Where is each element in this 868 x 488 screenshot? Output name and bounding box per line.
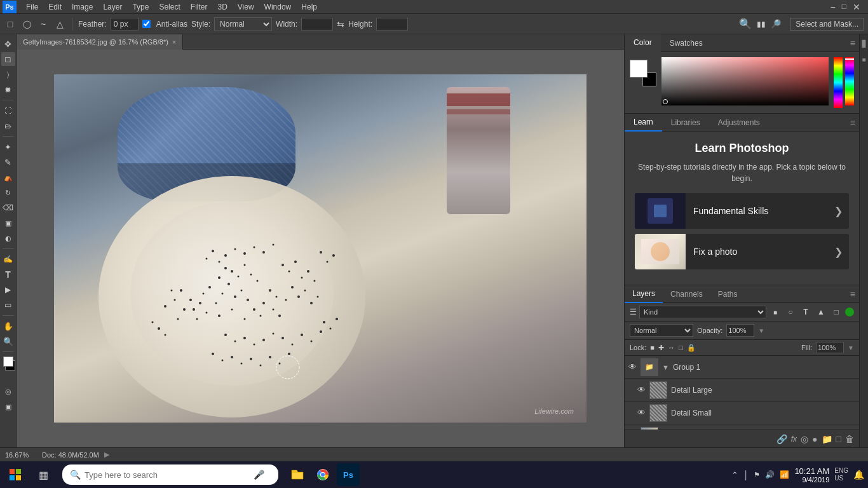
gradient-tool[interactable]: ▣ [1, 216, 15, 230]
filter-smartobject-icon[interactable]: □ [830, 306, 843, 318]
new-layer-icon[interactable]: □ [836, 434, 841, 444]
taskbar-search-input[interactable] [85, 470, 250, 480]
blend-mode-select[interactable]: Normal [630, 324, 693, 337]
lock-all-icon[interactable]: 🔒 [687, 344, 696, 352]
notification-icon[interactable]: 🔔 [853, 470, 864, 480]
taskbar-search-box[interactable]: 🔍 🎤 [62, 464, 278, 485]
color-saturation-gradient[interactable] [661, 57, 829, 105]
fg-bg-color-swatches[interactable] [630, 60, 656, 86]
color-panel-menu-icon[interactable]: ≡ [850, 38, 855, 48]
tab-libraries[interactable]: Libraries [662, 114, 709, 132]
menu-3d[interactable]: 3D [213, 1, 231, 13]
taskbar-mic-icon[interactable]: 🎤 [254, 470, 264, 480]
tray-sound-icon[interactable]: 🔊 [765, 470, 775, 479]
menu-filter[interactable]: Filter [186, 1, 212, 13]
eyedropper-tool[interactable]: 🗁 [1, 119, 15, 133]
select-and-mask-button[interactable]: Select and Mask... [790, 18, 864, 30]
hue-slider[interactable] [834, 57, 843, 108]
fill-input[interactable] [816, 342, 844, 353]
filter-type-icon[interactable]: T [799, 306, 812, 318]
taskbar-file-explorer-icon[interactable] [286, 463, 309, 486]
panel-tool-icon-2[interactable]: ■ [862, 56, 865, 63]
healing-brush-tool[interactable]: ✦ [1, 140, 15, 154]
swap-icon[interactable]: ⇆ [337, 19, 344, 29]
magic-wand-tool[interactable]: ✹ [1, 83, 15, 97]
layer-visibility-detail-small[interactable]: 👁 [637, 408, 646, 417]
layers-panel-menu-icon[interactable]: ≡ [850, 289, 855, 299]
foreground-background-color[interactable] [3, 356, 13, 367]
tab-layers[interactable]: Layers [625, 285, 663, 303]
style-select[interactable]: Normal Fixed Ratio Fixed Size [214, 17, 272, 31]
link-layers-icon[interactable]: 🔗 [776, 434, 787, 444]
filter-shape-icon[interactable]: ▲ [815, 306, 827, 318]
spectrum-slider[interactable] [845, 57, 854, 105]
kind-filter-select[interactable]: Kind [639, 306, 766, 318]
layer-visibility-group1[interactable]: 👁 [628, 362, 637, 372]
document-tab-close[interactable]: × [172, 38, 176, 46]
new-group-icon[interactable]: 📁 [822, 434, 832, 444]
tray-network-icon[interactable]: │ [743, 470, 749, 480]
lasso-tool[interactable]: 〉 [1, 67, 15, 81]
tab-adjustments[interactable]: Adjustments [709, 114, 769, 132]
tutorial-card-fixphoto[interactable]: Fix a photo ❯ [635, 234, 849, 269]
fx-icon[interactable]: fx [791, 435, 797, 444]
dodge-tool[interactable]: ◐ [1, 231, 15, 245]
feather-input[interactable] [111, 18, 139, 30]
height-input[interactable] [376, 18, 408, 30]
tab-swatches[interactable]: Swatches [661, 34, 712, 52]
crop-tool[interactable]: ⛶ [1, 104, 15, 118]
layer-row-original[interactable]: 👁 Original [625, 424, 859, 430]
tab-paths[interactable]: Paths [710, 285, 745, 303]
menu-edit[interactable]: Edit [44, 1, 66, 13]
panel-tool-icon-1[interactable]: ▮ [861, 37, 867, 49]
layer-row-group1[interactable]: 👁 📁 ▼ Group 1 [625, 356, 859, 379]
marquee-tool[interactable]: □ [1, 52, 15, 66]
menu-image[interactable]: Image [67, 1, 97, 13]
lock-move-icon[interactable]: ↔ [668, 344, 675, 351]
system-clock[interactable]: 10:21 AM 9/4/2019 [794, 466, 829, 484]
hand-tool[interactable]: ✋ [1, 319, 15, 333]
arrange-icon[interactable]: ▮▮ [757, 20, 766, 29]
anti-alias-checkbox[interactable] [142, 20, 151, 28]
tray-network-wifi-icon[interactable]: 📶 [780, 470, 789, 479]
stamp-tool[interactable]: ⛺ [1, 170, 15, 184]
tray-chevron-icon[interactable]: ⌃ [731, 470, 738, 480]
shape-tool[interactable]: ▭ [1, 298, 15, 312]
brush-tool[interactable]: ✎ [1, 155, 15, 169]
path-selection-tool[interactable]: ▶ [1, 283, 15, 297]
layer-expand-icon-group1[interactable]: ▼ [662, 363, 669, 371]
layer-row-detail-large[interactable]: 👁 Detail Large [625, 379, 859, 402]
learn-panel-menu-icon[interactable]: ≡ [850, 118, 855, 128]
filter-adjustment-icon[interactable]: ○ [784, 306, 797, 318]
tab-channels[interactable]: Channels [663, 285, 710, 303]
lock-pixels-icon[interactable]: ■ [650, 344, 654, 351]
layer-visibility-detail-large[interactable]: 👁 [637, 385, 646, 395]
tutorial-card-fundamental[interactable]: Fundamental Skills ❯ [635, 193, 849, 229]
taskbar-photoshop-icon[interactable]: Ps [337, 463, 360, 486]
lock-artboard-icon[interactable]: □ [679, 344, 683, 351]
window-restore[interactable]: □ [842, 2, 846, 12]
history-brush-tool[interactable]: ↻ [1, 186, 15, 200]
menu-window[interactable]: Window [260, 1, 296, 13]
window-close[interactable]: ✕ [853, 2, 860, 12]
menu-layer[interactable]: Layer [98, 1, 126, 13]
window-minimize[interactable]: − [831, 2, 836, 12]
zoom-tool[interactable]: 🔍 [1, 334, 15, 348]
filter-pixel-icon[interactable]: ■ [769, 306, 782, 318]
tray-security-icon[interactable]: ⚑ [754, 471, 760, 479]
tab-learn[interactable]: Learn [625, 114, 662, 132]
filter-active-toggle[interactable] [845, 308, 854, 316]
taskbar-chrome-icon[interactable] [311, 463, 334, 486]
quick-mask-icon[interactable]: ◎ [1, 384, 15, 398]
menu-type[interactable]: Type [128, 1, 153, 13]
start-button[interactable] [4, 463, 27, 486]
type-tool[interactable]: T [1, 268, 15, 281]
document-tab[interactable]: GettyImages-76185342.jpg @ 16.7% (RGB/8*… [17, 34, 183, 50]
zoom-icon[interactable]: 🔎 [771, 19, 781, 29]
width-input[interactable] [301, 18, 333, 30]
taskview-icon[interactable]: ▦ [32, 463, 55, 486]
menu-help[interactable]: Help [297, 1, 322, 13]
opacity-input[interactable] [726, 324, 754, 337]
status-arrow-icon[interactable]: ▶ [104, 451, 109, 459]
canvas-container[interactable]: Lifewire.com [17, 50, 624, 447]
